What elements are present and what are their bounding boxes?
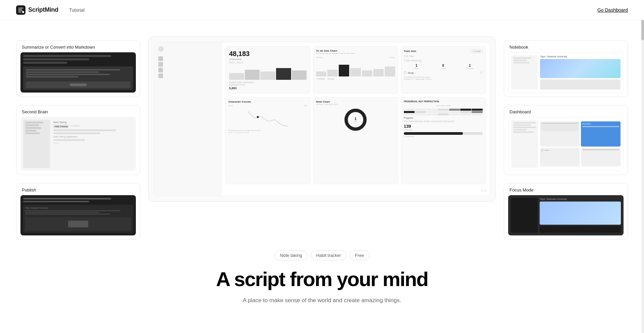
focus-sidebar — [511, 198, 538, 233]
dashboard-card: Dashboard — [504, 105, 628, 175]
svg-rect-0 — [16, 5, 25, 15]
todo-remaining: 7 todo remaining — [404, 59, 483, 62]
sub-heading: A place to make sense of the world and c… — [238, 296, 406, 305]
ss-bar-3 — [23, 62, 67, 64]
main-heading: A script from your mind — [16, 268, 628, 290]
progress-subtitle: The notes that you wrote compared to las… — [404, 120, 483, 122]
todo-title: To do lists Chart — [316, 49, 395, 52]
right-cards: Notebook Topic: Danbook University — [504, 36, 628, 240]
left-cards: Summarize or Convert into Markdown — [16, 36, 140, 240]
second-brain-screenshot: Note Taking Habit Tracking ScriptMind No… — [20, 117, 136, 171]
badges-section: Note taking Habit tracker Free — [0, 240, 644, 266]
focus-mode-card: Focus Mode Topic: Danbook University — [504, 183, 628, 240]
sb-item-2 — [25, 124, 39, 126]
go-dashboard-link[interactable]: Go Dashboard — [597, 7, 628, 13]
pub-action-box — [25, 217, 131, 231]
char-date: June - November 2024 — [228, 131, 307, 133]
logo[interactable]: ScriptMind — [16, 5, 58, 15]
center-screenshot: 48,183 characters Oct 6 - Nov 6 Invalid … — [148, 36, 496, 202]
svg-point-1 — [22, 11, 24, 13]
ss-bar-1 — [23, 55, 111, 57]
logo-icon — [16, 5, 25, 15]
note-chart-date: Sunday - Saturday 2024 — [316, 103, 338, 105]
progress-value: 139 — [404, 124, 483, 129]
stat-label: characters — [229, 58, 307, 61]
sb-sidebar — [23, 120, 50, 168]
sb-item-3 — [25, 127, 41, 129]
avg-value: 5,883 — [229, 87, 307, 90]
logo-text: ScriptMind — [28, 6, 58, 13]
focus-screenshot: Topic: Danbook University — [508, 195, 624, 235]
pub-inner — [68, 221, 88, 227]
second-brain-card-label: Second Brain — [16, 105, 140, 117]
second-brain-card: Second Brain Note Taking Habit Tracking — [16, 105, 140, 175]
summarize-screenshot — [20, 52, 136, 93]
summarize-card: Summarize or Convert into Markdown — [16, 40, 140, 97]
summarize-card-label: Summarize or Convert into Markdown — [16, 41, 140, 52]
sb-item-5 — [25, 132, 40, 134]
sb-item-1 — [25, 122, 43, 123]
dashboard-card-label: Dashboard — [504, 105, 628, 117]
dashboard-screenshot: My Notes 30 notes — [508, 117, 624, 171]
focus-mode-card-label: Focus Mode — [504, 183, 628, 195]
badge-note-taking[interactable]: Note taking — [274, 251, 308, 260]
ss-content-box — [23, 66, 133, 90]
todolist-title: Todo lists — [404, 50, 416, 53]
three-column-layout: Summarize or Convert into Markdown — [0, 36, 644, 240]
publish-screenshot: Topic: Danbook University — [20, 195, 136, 235]
sb-content: Note Taking Habit Tracking ScriptMind No… — [52, 120, 133, 168]
nb-sidebar — [511, 55, 538, 90]
dashboard-mockup: 48,183 characters Oct 6 - Nov 6 Invalid … — [154, 42, 490, 196]
create-button[interactable]: + Create — [470, 49, 483, 53]
tutorial-link[interactable]: Tutorial — [69, 7, 85, 13]
scrollbar[interactable] — [641, 0, 644, 321]
stat-date: Oct 6 - Nov 6 — [229, 61, 307, 64]
publish-card: Publish Topic: Danbook University — [16, 183, 140, 240]
note-chart-title: Note Chart — [316, 100, 330, 103]
progress-title: Progress — [404, 117, 483, 119]
progress-text: PROGRESS, NOT PERFECTION — [404, 100, 483, 103]
publish-card-label: Publish — [16, 183, 140, 195]
dm-main: 48,183 characters Oct 6 - Nov 6 Invalid … — [221, 42, 490, 196]
notebook-screenshot: Topic: Danbook University — [508, 52, 624, 93]
stat-count: 48,183 — [229, 50, 307, 58]
dm-sidebar — [154, 42, 221, 196]
badge-free[interactable]: Free — [349, 251, 370, 260]
todo-filter: This Todo — [404, 55, 483, 57]
char-count-title: Character Counts — [228, 100, 307, 103]
notebook-card-label: Notebook — [504, 41, 628, 52]
ss-bar-2 — [23, 58, 89, 60]
progress-label: notes/day — [404, 129, 483, 131]
badge-habit-tracker[interactable]: Habit tracker — [311, 251, 347, 260]
svg-point-2 — [257, 116, 259, 118]
notebook-card: Notebook Topic: Danbook University — [504, 40, 628, 97]
progress-yesterday: 0 yesterday — [404, 135, 483, 137]
sb-item-4 — [25, 130, 37, 131]
todo-subtitle: Showing total completed to-do for this w… — [316, 52, 395, 54]
nav-left: ScriptMind Tutorial — [16, 5, 85, 15]
navigation: ScriptMind Tutorial Go Dashboard — [0, 0, 644, 20]
heading-section: A script from your mind A place to make … — [0, 266, 644, 321]
hero-section: Summarize or Convert into Markdown — [0, 20, 644, 321]
